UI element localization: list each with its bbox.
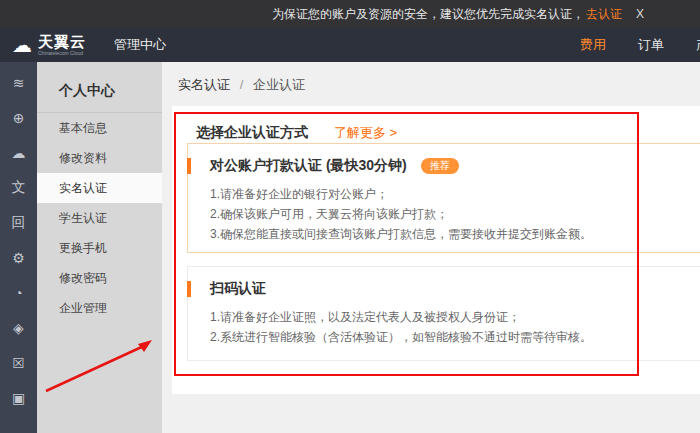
layers-icon[interactable]: ≋ xyxy=(8,72,30,94)
settings-icon[interactable]: ⚙ xyxy=(8,247,30,269)
card-bank-transfer-auth[interactable]: 对公账户打款认证 (最快30分钟) 推荐 1.请准备好企业的银行对公账户；2.确… xyxy=(187,143,700,253)
brand-name: 天翼云 xyxy=(38,34,86,49)
go-authenticate-link[interactable]: 去认证 xyxy=(586,6,622,23)
icon-rail: ≋ ⊕ ☁ 文 回 ⚙ ◔ ◈ ☒ ▣ xyxy=(0,62,37,433)
list-item: 2.确保该账户可用，天翼云将向该账户打款； xyxy=(210,204,700,224)
breadcrumb-realname-auth[interactable]: 实名认证 xyxy=(178,77,230,92)
breadcrumb-enterprise-auth: 企业认证 xyxy=(253,77,305,92)
sidebar-item-change-phone[interactable]: 更换手机 xyxy=(37,233,162,263)
notification-message: 为保证您的账户及资源的安全，建议您优先完成实名认证， xyxy=(272,6,584,23)
cloud-monitor-icon[interactable]: ◔ xyxy=(8,282,30,304)
nav-link-billing[interactable]: 费用 xyxy=(580,36,606,54)
close-icon[interactable]: X xyxy=(632,7,648,21)
console-icon[interactable]: 回 xyxy=(8,212,30,234)
cloud-icon[interactable]: ☁ xyxy=(8,142,30,164)
brand-logo[interactable]: ☁ 天翼云 Chinatelecom Cloud xyxy=(12,34,86,56)
list-item: 1.请准备好企业的银行对公账户； xyxy=(210,184,700,204)
orange-marker xyxy=(187,281,191,297)
nav-link-orders[interactable]: 订单 xyxy=(638,36,664,54)
auth-method-panel: 选择企业认证方式 了解更多 > 对公账户打款认证 (最快30分钟) 推荐 1.请… xyxy=(172,106,700,394)
card-title-bank-transfer: 对公账户打款认证 (最快30分钟) xyxy=(210,157,407,175)
services-icon[interactable]: ☒ xyxy=(8,352,30,374)
sidebar-item-enterprise-management[interactable]: 企业管理 xyxy=(37,293,162,323)
breadcrumb: 实名认证 / 企业认证 xyxy=(162,62,700,94)
top-navbar: ☁ 天翼云 Chinatelecom Cloud 管理中心 费用 订单 产品 xyxy=(0,28,700,62)
breadcrumb-separator: / xyxy=(240,77,244,92)
list-item: 2.系统进行智能核验（含活体验证），如智能核验不通过时需等待审核。 xyxy=(210,327,700,347)
compass-icon[interactable]: ⊕ xyxy=(8,107,30,129)
image-icon[interactable]: ▣ xyxy=(8,387,30,409)
list-item: 1.请准备好企业证照，以及法定代表人及被授权人身份证； xyxy=(210,307,700,327)
sidebar-item-change-password[interactable]: 修改密码 xyxy=(37,263,162,293)
card-qrcode-auth[interactable]: 扫码认证 1.请准备好企业证照，以及法定代表人及被授权人身份证；2.系统进行智能… xyxy=(187,266,700,361)
orange-marker xyxy=(187,158,191,174)
section-title: 选择企业认证方式 xyxy=(196,124,308,142)
brand-subtitle: Chinatelecom Cloud xyxy=(38,51,86,56)
card-qrcode-steps: 1.请准备好企业证照，以及法定代表人及被授权人身份证；2.系统进行智能核验（含活… xyxy=(210,307,700,347)
console-center-link[interactable]: 管理中心 xyxy=(114,36,166,54)
sidebar-item-basic-info[interactable]: 基本信息 xyxy=(37,113,162,143)
nav-link-products[interactable]: 产品 xyxy=(696,36,700,54)
list-item: 3.确保您能直接或间接查询该账户打款信息，需要接收并提交到账金额。 xyxy=(210,224,700,244)
cloud-logo-icon: ☁ xyxy=(12,35,32,55)
shield-icon[interactable]: ◈ xyxy=(8,317,30,339)
sidebar-personal-center: 个人中心 基本信息 修改资料 实名认证 学生认证 更换手机 修改密码 企业管理 xyxy=(37,62,162,433)
card-title-qrcode: 扫码认证 xyxy=(210,280,266,298)
main-content: 实名认证 / 企业认证 选择企业认证方式 了解更多 > 对公账户打款认证 (最快… xyxy=(162,62,700,433)
card-bank-transfer-steps: 1.请准备好企业的银行对公账户；2.确保该账户可用，天翼云将向该账户打款；3.确… xyxy=(210,184,700,244)
navbar-links: 费用 订单 产品 xyxy=(580,28,700,62)
translate-icon[interactable]: 文 xyxy=(8,177,30,199)
sidebar-title: 个人中心 xyxy=(37,62,162,113)
sidebar-item-realname-auth[interactable]: 实名认证 xyxy=(37,173,162,203)
learn-more-link[interactable]: 了解更多 > xyxy=(334,124,397,142)
sidebar-item-edit-profile[interactable]: 修改资料 xyxy=(37,143,162,173)
panel-header: 选择企业认证方式 了解更多 > xyxy=(172,106,700,142)
recommended-badge: 推荐 xyxy=(421,158,459,174)
sidebar-item-student-auth[interactable]: 学生认证 xyxy=(37,203,162,233)
notification-bar: 为保证您的账户及资源的安全，建议您优先完成实名认证， 去认证 X xyxy=(0,0,700,28)
